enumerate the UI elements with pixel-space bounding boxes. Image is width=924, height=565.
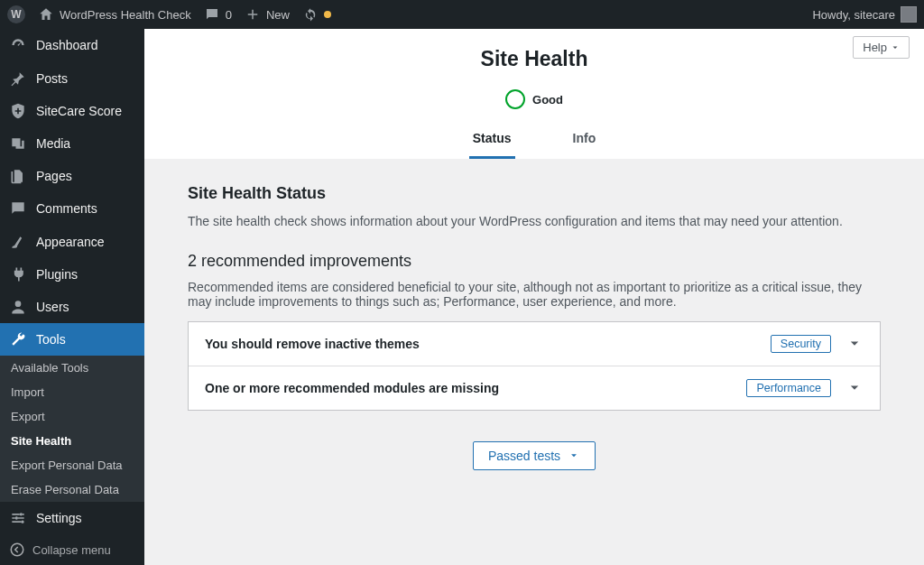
help-tab-button[interactable]: Help	[853, 36, 910, 59]
brush-icon	[9, 233, 27, 251]
home-icon	[38, 6, 54, 23]
sidebar-item-label: Posts	[36, 71, 68, 86]
accordion-item[interactable]: You should remove inactive themes Securi…	[189, 322, 880, 366]
sidebar-item-label: Plugins	[36, 267, 78, 282]
status-intro: The site health check shows information …	[188, 214, 881, 228]
sidebar-item-label: Pages	[36, 169, 72, 183]
passed-tests-button[interactable]: Passed tests	[473, 441, 596, 470]
site-health-header: Help Site Health Good Status Info	[144, 29, 924, 159]
chevron-down-icon	[845, 379, 864, 397]
my-account-link[interactable]: Howdy, sitecare	[812, 6, 917, 23]
status-badge: Security	[771, 335, 831, 353]
submenu-site-health[interactable]: Site Health	[0, 429, 144, 453]
submenu-export[interactable]: Export	[0, 404, 144, 429]
site-health-tabs: Status Info	[144, 122, 924, 159]
pages-icon	[9, 167, 27, 185]
recommended-accordion: You should remove inactive themes Securi…	[188, 321, 881, 411]
sidebar-item-label: Settings	[36, 511, 82, 525]
recommended-heading: 2 recommended improvements	[188, 252, 881, 271]
plugin-status-link[interactable]	[302, 6, 331, 23]
help-label: Help	[863, 41, 887, 54]
sidebar-item-label: Media	[36, 136, 70, 151]
sidebar-item-posts[interactable]: Posts	[0, 62, 144, 95]
passed-tests-label: Passed tests	[488, 449, 560, 463]
avatar	[901, 6, 917, 23]
sidebar-item-label: Dashboard	[36, 38, 98, 52]
page-title: Site Health	[144, 47, 924, 71]
admin-sidebar: Dashboard Posts SiteCare Score Media Pag…	[0, 29, 144, 565]
sidebar-item-plugins[interactable]: Plugins	[0, 258, 144, 291]
progress-circle-icon	[505, 89, 525, 109]
users-icon	[9, 298, 27, 316]
caret-down-icon	[891, 43, 900, 52]
sidebar-item-tools[interactable]: Tools	[0, 323, 144, 356]
sidebar-item-media[interactable]: Media	[0, 127, 144, 160]
sliders-icon	[9, 509, 27, 527]
admin-bar: W WordPress Health Check 0 New	[0, 0, 924, 29]
sidebar-item-label: Appearance	[36, 235, 105, 249]
sidebar-item-label: Tools	[36, 332, 66, 347]
submenu-available-tools[interactable]: Available Tools	[0, 356, 144, 380]
sidebar-item-appearance[interactable]: Appearance	[0, 226, 144, 258]
sidebar-item-label: SiteCare Score	[36, 104, 122, 118]
media-icon	[9, 134, 27, 153]
status-dot-icon	[324, 11, 331, 18]
progress-label: Good	[532, 93, 563, 107]
content-area: Help Site Health Good Status Info Site H…	[144, 29, 924, 565]
sidebar-item-pages[interactable]: Pages	[0, 160, 144, 192]
chevron-down-icon	[845, 335, 864, 353]
comment-icon	[204, 6, 220, 23]
accordion-title: One or more recommended modules are miss…	[205, 381, 499, 395]
recommended-intro: Recommended items are considered benefic…	[188, 280, 881, 309]
pin-icon	[9, 69, 27, 88]
wordpress-icon: W	[7, 5, 25, 23]
new-content-link[interactable]: New	[245, 6, 290, 23]
svg-point-0	[11, 543, 23, 556]
sidebar-item-users[interactable]: Users	[0, 291, 144, 323]
site-health-body: Site Health Status The site health check…	[144, 159, 924, 496]
tools-submenu: Available Tools Import Export Site Healt…	[0, 356, 144, 502]
collapse-icon	[9, 542, 25, 558]
plugin-icon	[9, 265, 27, 283]
wrench-icon	[9, 330, 27, 348]
submenu-import[interactable]: Import	[0, 380, 144, 404]
status-heading: Site Health Status	[188, 184, 881, 203]
submenu-export-personal[interactable]: Export Personal Data	[0, 453, 144, 477]
collapse-menu-button[interactable]: Collapse menu	[0, 534, 144, 565]
tab-status[interactable]: Status	[469, 122, 515, 159]
accordion-item[interactable]: One or more recommended modules are miss…	[189, 366, 880, 410]
new-content-label: New	[266, 8, 290, 22]
sidebar-item-label: Comments	[36, 201, 97, 216]
site-name-link[interactable]: WordPress Health Check	[38, 6, 191, 23]
sidebar-item-dashboard[interactable]: Dashboard	[0, 29, 144, 61]
status-badge: Performance	[746, 379, 831, 397]
submenu-erase-personal[interactable]: Erase Personal Data	[0, 477, 144, 502]
sidebar-item-label: Users	[36, 300, 69, 314]
shield-plus-icon	[9, 102, 27, 120]
chevron-down-icon	[568, 449, 580, 462]
wp-logo-menu[interactable]: W	[7, 5, 25, 23]
accordion-title: You should remove inactive themes	[205, 337, 420, 351]
comment-icon	[9, 199, 27, 218]
comments-link[interactable]: 0	[204, 6, 232, 23]
tab-info[interactable]: Info	[569, 122, 600, 159]
howdy-text: Howdy, sitecare	[812, 8, 895, 22]
plus-icon	[245, 6, 261, 23]
site-health-progress: Good	[144, 89, 924, 109]
sidebar-item-comments[interactable]: Comments	[0, 192, 144, 225]
refresh-icon	[302, 6, 319, 23]
comment-count: 0	[226, 8, 232, 22]
sidebar-item-settings[interactable]: Settings	[0, 502, 144, 534]
site-name-text: WordPress Health Check	[60, 8, 191, 22]
collapse-label: Collapse menu	[32, 543, 111, 557]
sidebar-item-sitecare[interactable]: SiteCare Score	[0, 95, 144, 127]
dashboard-icon	[9, 36, 27, 54]
